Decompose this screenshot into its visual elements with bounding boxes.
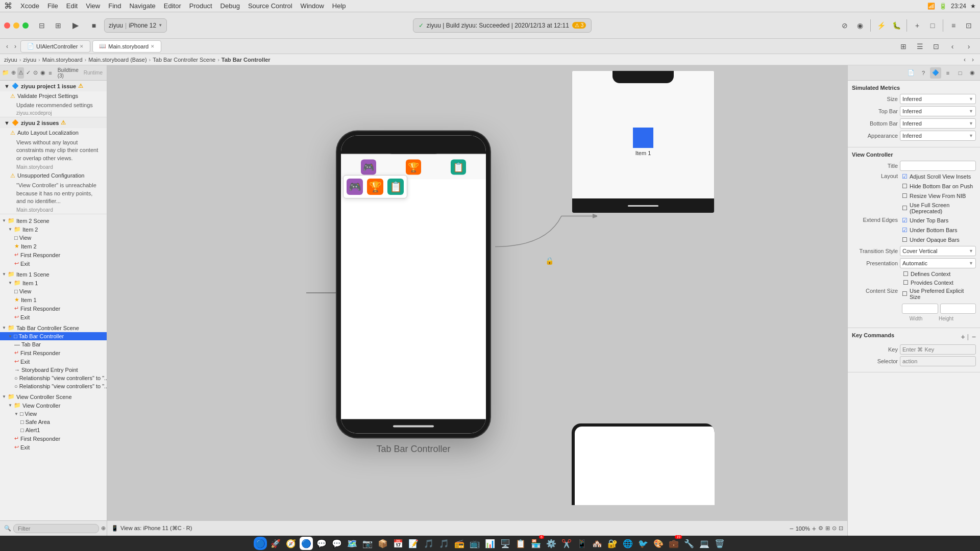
dock-tv[interactable]: 📺 bbox=[468, 537, 481, 550]
defines-context-checkbox[interactable]: ☐ bbox=[903, 270, 909, 278]
tabbar-first-responder[interactable]: ↵ First Responder bbox=[0, 348, 107, 357]
dock-podcasts[interactable]: 📻 bbox=[453, 537, 466, 550]
item1-folder[interactable]: 📁 Item 1 bbox=[0, 279, 107, 287]
dock-xcode[interactable]: ✂️ bbox=[560, 537, 573, 550]
canvas-wrapper[interactable]: ▶ 🎮 🏆 📋 bbox=[107, 65, 847, 520]
breakpoint-btn[interactable]: ⊘ bbox=[838, 18, 852, 33]
dock-home[interactable]: 🏘️ bbox=[591, 537, 604, 550]
tab-close-alert[interactable]: ✕ bbox=[80, 44, 84, 49]
item2-scene-arrow[interactable] bbox=[2, 218, 6, 223]
file-navigator-btn[interactable]: 📁 bbox=[2, 67, 9, 79]
tabbar-scene-header[interactable]: 📁 Tab Bar Controller Scene bbox=[0, 323, 107, 332]
width-input[interactable] bbox=[902, 304, 938, 314]
canvas-options-btn[interactable]: ⚙ bbox=[818, 525, 823, 532]
key-commands-add-icon[interactable]: + bbox=[961, 333, 965, 341]
menu-product[interactable]: Product bbox=[189, 2, 212, 10]
dock-clipboard[interactable]: 📋 bbox=[514, 537, 527, 550]
debug-btn[interactable]: 🐛 bbox=[889, 18, 903, 33]
connections-inspector-btn[interactable]: ◉ bbox=[967, 67, 978, 79]
under-top-checkbox[interactable]: ☑ bbox=[902, 217, 908, 224]
item1-view[interactable]: □ View bbox=[0, 287, 107, 295]
breadcrumb-item-5[interactable]: Tab Bar Controller bbox=[222, 57, 271, 63]
next-scene-btn[interactable]: › bbox=[962, 39, 976, 54]
rel-vc-2[interactable]: ○ Relationship "view controllers" to "..… bbox=[0, 382, 107, 390]
item2-arrow[interactable] bbox=[8, 227, 12, 232]
vc-first-responder[interactable]: ↵ First Responder bbox=[0, 434, 107, 443]
presentation-value[interactable]: Automatic ▼ bbox=[900, 258, 976, 268]
ziyuu-issues-header[interactable]: ▼ 🔶 ziyuu 2 issues ⚠ bbox=[0, 117, 107, 128]
full-screen-checkbox[interactable]: ☐ bbox=[902, 205, 908, 212]
stop-button[interactable]: ■ bbox=[86, 18, 102, 33]
key-input[interactable] bbox=[900, 344, 976, 355]
file-inspector-btn[interactable]: 📄 bbox=[905, 67, 917, 79]
project-group-header[interactable]: ▼ 🔷 ziyuu project 1 issue ⚠ bbox=[0, 81, 107, 91]
dock-numbers[interactable]: 📊 bbox=[483, 537, 497, 550]
minimize-button[interactable] bbox=[13, 22, 19, 29]
item1-first-responder[interactable]: ↵ First Responder bbox=[0, 304, 107, 313]
add-btn[interactable]: + bbox=[910, 18, 924, 33]
adjust-scroll-checkbox[interactable]: ☑ bbox=[902, 173, 908, 180]
item2-view[interactable]: □ View bbox=[0, 234, 107, 242]
dock-trash[interactable]: 🗑️ bbox=[713, 537, 726, 550]
vc-arrow[interactable] bbox=[8, 403, 12, 408]
validate-issue[interactable]: ⚠ Validate Project Settings bbox=[0, 91, 107, 101]
tabbar-scene-arrow[interactable] bbox=[2, 325, 6, 330]
menu-debug[interactable]: Debug bbox=[220, 2, 240, 10]
breadcrumb-forward-btn[interactable]: › bbox=[970, 55, 976, 64]
canvas-debug-btn[interactable]: ⊙ bbox=[832, 525, 837, 532]
maximize-button[interactable] bbox=[22, 22, 29, 29]
dock-toolbox[interactable]: 🔧 bbox=[682, 537, 696, 550]
explicit-size-checkbox[interactable]: ☐ bbox=[902, 290, 908, 297]
left-filter-input[interactable] bbox=[13, 524, 99, 533]
dock-finder[interactable]: 🔵 bbox=[254, 537, 267, 550]
dock-photos[interactable]: 📷 bbox=[361, 537, 374, 550]
canvas-layout-btn[interactable]: ⊞ bbox=[825, 525, 830, 532]
library-btn[interactable]: □ bbox=[925, 18, 940, 33]
dock-simulator[interactable]: 📱 bbox=[575, 537, 589, 550]
key-commands-remove-icon[interactable]: − bbox=[972, 333, 976, 341]
vc-scene-header[interactable]: 📁 View Controller Scene bbox=[0, 392, 107, 401]
item1-exit[interactable]: ↩ Exit bbox=[0, 313, 107, 321]
menu-xcode[interactable]: Xcode bbox=[20, 2, 39, 10]
dock-maps[interactable]: 🗺️ bbox=[346, 537, 359, 550]
apple-menu[interactable]: ⌘ bbox=[4, 1, 12, 11]
provides-context-checkbox[interactable]: ☐ bbox=[903, 279, 909, 286]
env-override-btn[interactable]: ⚡ bbox=[874, 18, 888, 33]
item2-scene-header[interactable]: 📁 Item 2 Scene bbox=[0, 216, 107, 225]
unsupported-issue[interactable]: ⚠ Unsupported Configuration bbox=[0, 171, 107, 181]
breadcrumb-item-4[interactable]: Tab Bar Controller Scene bbox=[153, 57, 215, 63]
test-navigator-btn[interactable]: ✓ bbox=[25, 67, 31, 79]
attributes-inspector-btn[interactable]: ≡ bbox=[942, 67, 953, 79]
title-input[interactable] bbox=[900, 161, 976, 171]
tabbar-item[interactable]: — Tab Bar bbox=[0, 340, 107, 348]
tabbar-exit[interactable]: ↩ Exit bbox=[0, 357, 107, 366]
tabbar-controller-arrow[interactable] bbox=[8, 334, 12, 339]
dock-prefs[interactable]: ⚙️ bbox=[545, 537, 558, 550]
dock-itunes[interactable]: 🎵 bbox=[437, 537, 451, 550]
dock-sketch[interactable]: 🎨 bbox=[652, 537, 665, 550]
item1-scene-arrow[interactable] bbox=[2, 272, 6, 277]
menu-navigate[interactable]: Navigate bbox=[129, 2, 155, 10]
close-button[interactable] bbox=[4, 22, 10, 29]
identity-inspector-btn[interactable]: 🔷 bbox=[930, 67, 941, 79]
item1-arrow[interactable] bbox=[8, 281, 12, 285]
sidebar-toggle-btn[interactable]: ⊟ bbox=[35, 18, 49, 33]
buildtime-tab[interactable]: Buildtime (3) bbox=[56, 67, 81, 79]
tabbar-controller-item[interactable]: □ Tab Bar Controller bbox=[0, 332, 107, 340]
size-inspector-btn[interactable]: □ bbox=[954, 67, 966, 79]
auto-layout-issue[interactable]: ⚠ Auto Layout Localization bbox=[0, 128, 107, 138]
dock-messages[interactable]: 💬 bbox=[330, 537, 344, 550]
storyboard-entry[interactable]: → Storyboard Entry Point bbox=[0, 366, 107, 374]
menu-window[interactable]: Window bbox=[301, 2, 324, 10]
report-navigator-btn[interactable]: ≡ bbox=[47, 67, 53, 79]
dock-terminal[interactable]: 💻 bbox=[698, 537, 711, 550]
appearance-value[interactable]: Inferred ▼ bbox=[900, 131, 976, 141]
dock-twitter[interactable]: 🐦 bbox=[636, 537, 650, 550]
dock-notes[interactable]: 📝 bbox=[407, 537, 420, 550]
assistant-btn[interactable]: ⊡ bbox=[962, 18, 976, 33]
vc-alert1[interactable]: □ Alert1 bbox=[0, 426, 107, 434]
breadcrumb-item-1[interactable]: ziyuu bbox=[23, 57, 36, 63]
prev-scene-btn[interactable]: ‹ bbox=[945, 39, 960, 54]
canvas-fit-btn[interactable]: ⊡ bbox=[839, 525, 843, 532]
issue-navigator-btn[interactable]: ⚠ bbox=[17, 67, 23, 79]
